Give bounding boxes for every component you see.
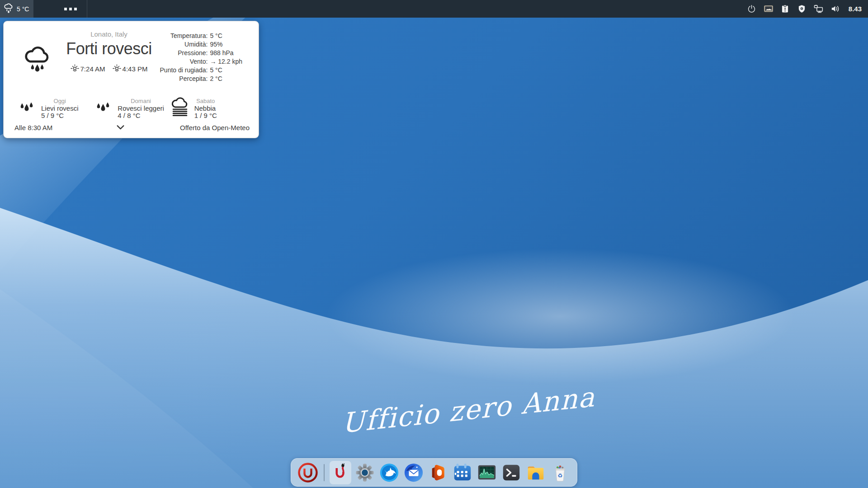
forecast-saturday: Sabato Nebbia 1 / 9 °C bbox=[170, 94, 246, 123]
ufficiozero-menu-icon[interactable] bbox=[297, 461, 319, 484]
forecast-temps: 4 / 8 °C bbox=[118, 112, 164, 119]
librewolf-browser-icon[interactable] bbox=[378, 461, 400, 484]
panel-clock[interactable]: 8.43 bbox=[849, 5, 862, 13]
detail-label: Percepita: bbox=[160, 75, 208, 82]
weather-popup: Lonato, Italy Forti rovesci 7:24 AM bbox=[3, 21, 259, 138]
panel-separator bbox=[87, 0, 87, 18]
detail-value: 988 hPa bbox=[210, 49, 242, 56]
thunderbird-mail-icon[interactable] bbox=[403, 461, 425, 484]
attribution-label: Offerto da Open-Meteo bbox=[180, 124, 250, 131]
network-icon[interactable] bbox=[813, 4, 824, 14]
office-suite-icon[interactable] bbox=[427, 461, 449, 484]
detail-label: Vento: bbox=[160, 58, 208, 65]
sunrise-icon bbox=[71, 64, 79, 74]
sunset-item: 4:43 PM bbox=[113, 64, 148, 74]
wallpaper-icon[interactable] bbox=[763, 4, 774, 14]
last-updated-label: Alle 8:30 AM bbox=[14, 124, 52, 131]
detail-label: Pressione: bbox=[160, 49, 208, 56]
forecast-condition: Lievi rovesci bbox=[41, 105, 79, 112]
detail-value: 5 °C bbox=[210, 66, 242, 74]
ufficiozero-app-icon[interactable] bbox=[330, 461, 351, 484]
panel-temperature-label: 5 °C bbox=[17, 5, 29, 13]
clipboard-alert-icon[interactable] bbox=[780, 4, 791, 14]
heavy-showers-cloud-icon bbox=[22, 44, 52, 78]
rain-drops-icon bbox=[93, 96, 113, 121]
forecast-temps: 5 / 9 °C bbox=[41, 112, 79, 119]
weather-summary: Lonato, Italy Forti rovesci 7:24 AM bbox=[50, 30, 168, 74]
panel-grid-dots-icon[interactable] bbox=[62, 5, 79, 13]
detail-label: Punto di rugiada: bbox=[160, 66, 208, 74]
terminal-icon[interactable] bbox=[500, 461, 522, 484]
forecast-temps: 1 / 9 °C bbox=[194, 112, 217, 119]
settings-gear-icon[interactable] bbox=[354, 461, 376, 484]
panel-weather-applet[interactable]: 5 °C bbox=[0, 0, 33, 18]
detail-value: 5 °C bbox=[210, 32, 242, 39]
dock: ♻ bbox=[291, 458, 577, 487]
detail-value: → 12.2 kph bbox=[210, 58, 242, 65]
sun-times: 7:24 AM 4:43 PM bbox=[50, 64, 168, 74]
forecast-today: Oggi Lievi rovesci 5 / 9 °C bbox=[16, 94, 93, 123]
detail-value: 95% bbox=[210, 41, 242, 48]
weather-condition: Forti rovesci bbox=[50, 39, 168, 58]
forecast-condition: Nebbia bbox=[194, 105, 217, 112]
sunrise-time: 7:24 AM bbox=[80, 65, 105, 73]
forecast-condition: Rovesci leggeri bbox=[118, 105, 164, 112]
svg-text:♻: ♻ bbox=[557, 472, 562, 479]
system-tray: 8.43 bbox=[746, 4, 868, 14]
forecast-tomorrow: Domani Rovesci leggeri 4 / 8 °C bbox=[93, 94, 169, 123]
trash-icon[interactable]: ♻ bbox=[549, 461, 571, 484]
forecast-row: Oggi Lievi rovesci 5 / 9 °C Domani Roves… bbox=[4, 94, 259, 123]
chevron-down-icon[interactable] bbox=[115, 122, 126, 134]
top-panel: 5 °C bbox=[0, 0, 868, 18]
forecast-day: Sabato bbox=[194, 98, 217, 105]
popup-footer: Alle 8:30 AM Offerto da Open-Meteo bbox=[14, 122, 250, 132]
rain-drops-icon bbox=[16, 96, 37, 121]
sunrise-item: 7:24 AM bbox=[71, 64, 105, 74]
rain-cloud-icon bbox=[3, 2, 14, 16]
forecast-day: Oggi bbox=[41, 98, 79, 105]
weather-details: Temperatura: 5 °C Umidità: 95% Pressione… bbox=[160, 32, 242, 82]
volume-icon[interactable] bbox=[830, 4, 841, 14]
fog-icon bbox=[170, 96, 190, 121]
shield-icon[interactable] bbox=[797, 4, 807, 14]
power-icon[interactable] bbox=[746, 4, 757, 14]
detail-label: Temperatura: bbox=[160, 32, 208, 39]
detail-value: 2 °C bbox=[210, 75, 242, 82]
sunset-time: 4:43 PM bbox=[123, 65, 148, 73]
file-manager-icon[interactable] bbox=[525, 461, 547, 484]
dock-separator bbox=[324, 464, 325, 481]
weather-location: Lonato, Italy bbox=[50, 30, 168, 38]
sunset-icon bbox=[113, 64, 121, 74]
calendar-icon[interactable] bbox=[452, 461, 473, 484]
detail-label: Umidità: bbox=[160, 41, 208, 48]
system-monitor-icon[interactable] bbox=[476, 461, 498, 484]
forecast-day: Domani bbox=[118, 98, 164, 105]
